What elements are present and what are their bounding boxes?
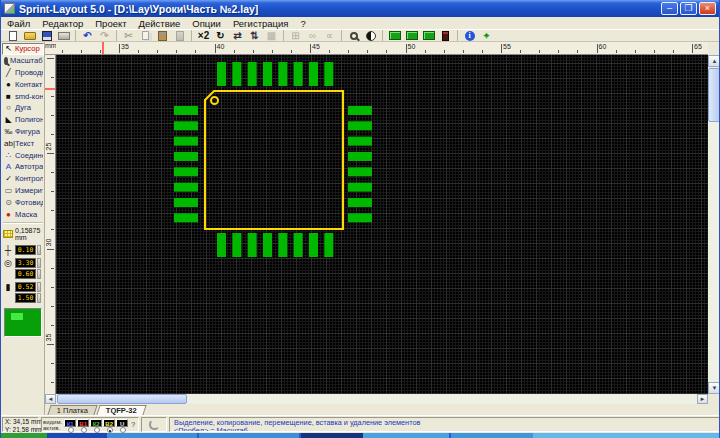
smd-pad-bottom-6[interactable]	[294, 233, 303, 257]
taskbar-segment-7[interactable]	[451, 433, 533, 438]
smd-pad-top-5[interactable]	[278, 62, 287, 86]
smd-pad-left-5[interactable]	[174, 167, 198, 176]
ungroup-button[interactable]: ∝	[321, 29, 338, 42]
smd-pad-left-6[interactable]	[174, 183, 198, 192]
layer-visible-В1[interactable]: В1	[77, 419, 89, 427]
menu-Действие[interactable]: Действие	[133, 18, 187, 29]
photo-view-button[interactable]	[437, 29, 454, 42]
smd-pad-right-8[interactable]	[348, 213, 372, 222]
flip-board-button[interactable]: ⊞	[287, 29, 304, 42]
layer-visible-К2[interactable]: К2	[90, 419, 102, 427]
tool-mask[interactable]: ●Маска	[2, 208, 44, 220]
footprint-tqfp-32[interactable]	[56, 55, 708, 394]
smd-pad-right-6[interactable]	[348, 183, 372, 192]
tool-polygon[interactable]: ◣Полигон	[2, 114, 44, 126]
tool-zoom[interactable]: Масштаб	[2, 55, 44, 67]
tab-1 Платка[interactable]: 1 Платка	[47, 405, 97, 415]
layer-visible-U[interactable]: U	[116, 419, 128, 427]
pad-outer-spinner[interactable]	[37, 258, 41, 268]
close-button[interactable]: ×	[699, 2, 716, 15]
horizontal-scroll-thumb[interactable]	[57, 394, 187, 404]
smd-pad-bottom-5[interactable]	[278, 233, 287, 257]
board-preview[interactable]	[4, 308, 42, 337]
mirror-vertical-button[interactable]: ⇅	[246, 29, 263, 42]
tool-measure[interactable]: ▭Измеритель	[2, 185, 44, 197]
vertical-scroll-thumb[interactable]	[708, 68, 720, 122]
tool-arc[interactable]: ○Дуга	[2, 102, 44, 114]
smd-pad-left-3[interactable]	[174, 137, 198, 146]
menu-Опции[interactable]: Опции	[186, 18, 227, 29]
smd-pad-top-8[interactable]	[324, 62, 333, 86]
layer-visible-К1[interactable]: К1	[64, 419, 76, 427]
taskbar-segment-1[interactable]	[1, 433, 47, 438]
smd-pad-top-2[interactable]	[232, 62, 241, 86]
layer-visible-В2[interactable]: В2	[103, 419, 115, 427]
smd-width-spinner[interactable]	[37, 282, 41, 292]
horizontal-scrollbar[interactable]: ◄ ►	[45, 394, 708, 404]
paste-button[interactable]	[154, 29, 171, 42]
cut-button[interactable]: ✂	[120, 29, 137, 42]
smd-pad-right-1[interactable]	[348, 106, 372, 115]
pin1-marker[interactable]	[211, 97, 218, 104]
pcb-canvas[interactable]	[56, 55, 708, 394]
smd-height-value[interactable]: 1.50	[15, 293, 36, 303]
rotate-button[interactable]: ↻	[212, 29, 229, 42]
smd-pad-bottom-4[interactable]	[263, 233, 272, 257]
smd-pad-right-3[interactable]	[348, 137, 372, 146]
smd-pad-right-4[interactable]	[348, 152, 372, 161]
pad-drill-spinner[interactable]	[37, 269, 41, 279]
smd-pad-right-5[interactable]	[348, 167, 372, 176]
vertical-scrollbar[interactable]: ▲ ▼	[708, 55, 720, 394]
track-width-spinner[interactable]	[37, 245, 41, 255]
smd-height-spinner[interactable]	[37, 293, 41, 303]
scroll-down-arrow[interactable]: ▼	[708, 382, 720, 394]
open-button[interactable]	[21, 29, 38, 42]
tool-text[interactable]: ab|Текст	[2, 137, 44, 149]
undo-button[interactable]: ↶	[79, 29, 96, 42]
menu-?[interactable]: ?	[294, 18, 311, 29]
smd-pad-top-1[interactable]	[217, 62, 226, 86]
grid-setting[interactable]: 0,15875 mm	[2, 226, 44, 242]
taskbar-segment-6[interactable]	[363, 433, 449, 438]
tool-check[interactable]: ✓Контроль	[2, 173, 44, 185]
print-button[interactable]	[55, 29, 72, 42]
smd-pad-bottom-3[interactable]	[248, 233, 257, 257]
menu-Регистрация[interactable]: Регистрация	[227, 18, 295, 29]
smd-pad-top-4[interactable]	[263, 62, 272, 86]
track-bend-button[interactable]	[141, 417, 167, 432]
redo-button[interactable]: ↷	[96, 29, 113, 42]
tool-smd-pad[interactable]: ■smd-контакт	[2, 90, 44, 102]
taskbar-segment-2[interactable]	[47, 433, 107, 438]
components-view-button[interactable]	[420, 29, 437, 42]
smd-pad-bottom-2[interactable]	[232, 233, 241, 257]
tool-photo-view[interactable]: ⊙Фотовид	[2, 196, 44, 208]
scroll-left-arrow[interactable]: ◄	[45, 394, 56, 404]
smd-width-value[interactable]: 0.52	[15, 282, 36, 292]
smd-pad-top-7[interactable]	[309, 62, 318, 86]
scroll-up-arrow[interactable]: ▲	[708, 55, 720, 67]
smd-pad-left-4[interactable]	[174, 152, 198, 161]
board-edit-button[interactable]	[386, 29, 403, 42]
new-button[interactable]	[4, 29, 21, 42]
tab-TQFP-32[interactable]: TQFP-32	[96, 405, 146, 415]
pad-outer-value[interactable]: 3.30	[15, 258, 36, 268]
zoom-button[interactable]	[345, 29, 362, 42]
mirror-horizontal-button[interactable]: ⇄	[229, 29, 246, 42]
delete-button[interactable]	[171, 29, 188, 42]
smd-pad-top-6[interactable]	[294, 62, 303, 86]
group-button[interactable]: ∞	[304, 29, 321, 42]
tool-pad[interactable]: ●Контакт▾	[2, 78, 44, 90]
smd-pad-right-7[interactable]	[348, 198, 372, 207]
connections-view-button[interactable]	[403, 29, 420, 42]
set-origin-button[interactable]: ⌖	[478, 29, 495, 42]
tool-autoroute[interactable]: AАвтотрасса	[2, 161, 44, 173]
taskbar-segment-3[interactable]	[107, 433, 197, 438]
taskbar-segment-5[interactable]	[301, 433, 363, 438]
info-button[interactable]: i	[461, 29, 478, 42]
menu-Редактор[interactable]: Редактор	[36, 18, 89, 29]
tool-track[interactable]: ╱Проводник	[2, 67, 44, 79]
component-outline[interactable]	[205, 91, 343, 229]
taskbar-segment-8[interactable]	[533, 433, 720, 438]
smd-pad-right-2[interactable]	[348, 121, 372, 130]
menu-Проект[interactable]: Проект	[89, 18, 132, 29]
